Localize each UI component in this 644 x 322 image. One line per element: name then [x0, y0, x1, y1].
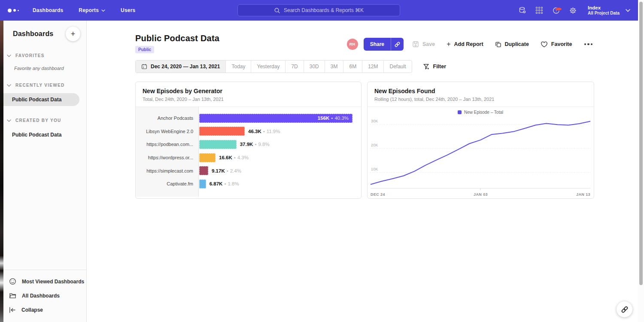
chart-title: New Episodes by Generator [143, 88, 354, 94]
bar[interactable] [199, 179, 206, 188]
favorite-button[interactable]: Favorite [541, 41, 572, 48]
bar-row: Anchor Podcasts156K•40.3% [136, 112, 361, 125]
link-icon [621, 306, 629, 313]
legend-label: New Episode – Total [464, 110, 503, 115]
legend-swatch [458, 110, 462, 114]
bar-row: Captivate.fm6.87K•1.8% [136, 177, 361, 191]
nav-item-dashboards[interactable]: Dashboards [33, 7, 63, 13]
x-axis-labels: DEC 24JAN 03JAN 13 [371, 192, 590, 197]
plus-icon: + [447, 40, 450, 48]
sidebar-section-favorites[interactable]: FAVORITES [3, 52, 86, 59]
duplicate-button[interactable]: Duplicate [495, 41, 529, 48]
bar[interactable]: 156K•40.3% [199, 114, 352, 123]
sidebar: Dashboards + FAVORITESFavorite any dashb… [0, 21, 87, 322]
add-report-button[interactable]: + Add Report [447, 40, 483, 48]
smiley-icon [9, 278, 16, 285]
y-axis-tick-label: 20K [371, 143, 378, 147]
chart-title: New Episodes Found [374, 88, 587, 94]
bar-row: https://podbean.com...37.9K•9.8% [136, 138, 361, 151]
background-image-strip [0, 21, 3, 322]
logo-dot [13, 9, 16, 12]
filter-funnel-icon [423, 64, 430, 70]
preset-6m[interactable]: 6M [343, 61, 362, 73]
share-link-fab[interactable] [617, 301, 632, 317]
header-actions: RH Share [347, 38, 594, 51]
folder-icon [9, 292, 16, 299]
avatar[interactable]: RH [347, 39, 358, 50]
preset-default[interactable]: Default [383, 61, 411, 73]
bar-value-label: 46.3K•11.9% [248, 129, 280, 134]
bar[interactable] [199, 127, 245, 136]
bar-row: https://wordpress.or...16.6K•4.3% [136, 151, 361, 164]
bar-value-label: 37.9K•9.8% [240, 142, 270, 147]
sidebar-footer-all-dashboards[interactable]: All Dashboards [3, 289, 86, 303]
preset-12m[interactable]: 12M [362, 61, 383, 73]
sidebar-item-public-podcast-data[interactable]: Public Podcast Data [3, 128, 86, 141]
project-subtitle: All Project Data [588, 11, 620, 16]
bar[interactable] [199, 153, 216, 162]
chart-legend: New Episode – Total [371, 107, 590, 117]
sidebar-title: Dashboards [13, 30, 53, 38]
page-title: Public Podcast Data [135, 33, 219, 43]
scrollbar-thumb[interactable] [639, 2, 643, 285]
preset-7d[interactable]: 7D [285, 61, 303, 73]
save-button[interactable]: Save [412, 41, 435, 48]
preset-yesterday[interactable]: Yesterday [251, 61, 285, 73]
sidebar-section-recently-viewed[interactable]: RECENTLY VIEWED [3, 81, 86, 89]
y-axis-tick-label: 10K [371, 167, 378, 171]
nav-item-users[interactable]: Users [121, 7, 135, 13]
share-link-icon[interactable] [391, 38, 404, 51]
search-input[interactable]: Search Dashboards & Reports ⌘K [237, 4, 400, 16]
project-switcher[interactable]: Index All Project Data [588, 5, 630, 16]
bar-category-label: Anchor Podcasts [136, 115, 199, 121]
line-chart: 10K20K30K [371, 117, 590, 191]
calendar-icon [141, 64, 147, 70]
search-icon [274, 7, 280, 14]
sidebar-footer-most-viewed-dashboards[interactable]: Most Viewed Dashboards [3, 274, 86, 289]
sidebar-item-public-podcast-data[interactable]: Public Podcast Data [3, 93, 79, 106]
top-navbar: DashboardsReportsUsers Search Dashboards… [0, 0, 638, 21]
add-dashboard-button[interactable]: + [66, 27, 80, 41]
bar[interactable] [199, 166, 208, 175]
apps-grid-icon[interactable] [535, 6, 544, 15]
preset-3m[interactable]: 3M [325, 61, 343, 73]
save-icon [412, 41, 419, 48]
settings-gear-icon[interactable] [568, 6, 577, 15]
more-options-button[interactable] [583, 42, 595, 47]
chevron-down-icon [7, 52, 11, 59]
bar-category-label: https://simplecast.com [136, 168, 199, 173]
duplicate-icon [495, 41, 501, 48]
date-range-button[interactable]: Dec 24, 2020 — Jan 13, 2021 [136, 61, 225, 73]
bar-row: https://simplecast.com9.17K•2.4% [136, 164, 361, 177]
page-scrollbar[interactable] [638, 0, 644, 322]
data-sources-icon[interactable] [518, 6, 527, 15]
sidebar-empty-note: Favorite any dashboard [14, 66, 86, 71]
line-chart-card: New Episodes Found Rolling (12 hours), t… [367, 82, 594, 199]
logo-dot [8, 9, 12, 12]
heart-icon [541, 41, 548, 48]
help-icon[interactable] [552, 6, 560, 15]
bar-value-label: 9.17K•2.4% [212, 168, 241, 173]
share-button[interactable]: Share [364, 38, 391, 51]
bar-value-label: 16.6K•4.3% [219, 155, 249, 160]
preset-30d[interactable]: 30D [304, 61, 325, 73]
preset-today[interactable]: Today [225, 61, 251, 73]
bar[interactable] [199, 140, 237, 149]
sidebar-section-created-by-you[interactable]: CREATED BY YOU [3, 116, 86, 124]
filter-button[interactable]: Filter [423, 64, 447, 70]
bar-category-label: Captivate.fm [136, 181, 199, 186]
search-placeholder: Search Dashboards & Reports ⌘K [284, 7, 364, 13]
collapse-icon [9, 307, 16, 313]
chevron-down-icon [101, 9, 105, 12]
line-chart-svg[interactable] [371, 117, 590, 191]
bar-value-label: 6.87K•1.8% [210, 181, 239, 186]
bar-chart: Anchor Podcasts156K•40.3%Libsyn WebEngin… [136, 107, 361, 197]
nav-item-reports[interactable]: Reports [79, 7, 105, 13]
x-axis-tick-label: JAN 03 [474, 192, 488, 197]
sidebar-footer: Most Viewed DashboardsAll DashboardsColl… [3, 270, 86, 322]
brand-logo[interactable] [8, 9, 19, 12]
sidebar-footer-collapse[interactable]: Collapse [3, 303, 86, 317]
chevron-down-icon [7, 116, 11, 124]
bar-category-label: https://podbean.com... [136, 142, 199, 147]
chevron-down-icon [7, 81, 11, 89]
